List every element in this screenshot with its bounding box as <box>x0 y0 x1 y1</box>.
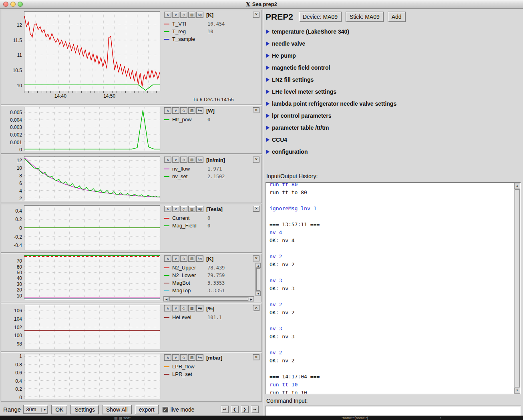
io-history-box[interactable]: run tt 80run tt to 80 ignoreMsg lnv 1 ==… <box>266 182 521 394</box>
tree-item[interactable]: LN2 fill settings <box>266 74 520 86</box>
expand-triangle-icon[interactable] <box>266 102 270 106</box>
scale-up-button[interactable]: ∧ <box>164 354 171 361</box>
scale-down-button[interactable]: ∨ <box>172 12 179 18</box>
expand-triangle-icon[interactable] <box>266 66 270 70</box>
add-button[interactable]: Add <box>388 12 406 22</box>
window-minimize-button[interactable] <box>10 2 16 7</box>
device-button[interactable]: Device: MA09 <box>299 12 342 22</box>
expand-triangle-icon[interactable] <box>266 150 270 154</box>
stick-button[interactable]: Stick: MA09 <box>346 12 384 22</box>
scroll-thumb[interactable] <box>515 189 520 387</box>
expand-triangle-icon[interactable] <box>266 30 270 34</box>
legend-row[interactable]: nv_flow1.971 <box>164 165 260 173</box>
window-close-button[interactable] <box>3 2 8 7</box>
legend-horizontal-scrollbar[interactable]: ◀▶ <box>163 296 254 301</box>
tree-item[interactable]: LHe level meter settings <box>266 86 520 98</box>
scale-down-button[interactable]: ∨ <box>172 354 179 361</box>
log-scale-button[interactable]: log <box>196 354 203 361</box>
legend-row[interactable]: Current0 <box>164 214 260 222</box>
expand-triangle-icon[interactable] <box>266 138 270 142</box>
io-history-scrollbar[interactable]: ▲ ▼ <box>514 183 520 394</box>
scale-down-button[interactable]: ∨ <box>172 305 179 311</box>
close-icon[interactable]: ✕ <box>253 12 259 18</box>
tree-item[interactable]: parameter table /tt/tm <box>266 122 520 134</box>
options-button[interactable]: ▨ <box>188 206 195 212</box>
tree-item[interactable]: needle valve <box>266 38 520 50</box>
legend-row[interactable]: LPR_flow <box>164 363 260 370</box>
options-button[interactable]: ▨ <box>188 12 195 18</box>
options-button[interactable]: ▨ <box>188 354 195 361</box>
scroll-up-icon[interactable]: ▲ <box>256 263 261 268</box>
scale-down-button[interactable]: ∨ <box>172 255 179 262</box>
page-left-button[interactable]: ❮ <box>231 406 239 413</box>
scale-up-button[interactable]: ∧ <box>164 12 171 18</box>
legend-vertical-scrollbar[interactable]: ▲▼ <box>255 263 261 296</box>
live-mode-checkbox[interactable]: ✓ <box>163 407 168 412</box>
log-scale-button[interactable]: log <box>196 206 203 212</box>
scroll-left-icon[interactable]: ◀ <box>164 297 169 301</box>
settings-button[interactable]: Settings <box>70 405 99 414</box>
expand-triangle-icon[interactable] <box>266 126 270 130</box>
legend-row[interactable]: HeLevel101.1 <box>164 313 260 321</box>
autoscale-button[interactable]: ◇ <box>180 206 187 212</box>
close-icon[interactable]: ✕ <box>253 157 259 163</box>
tree-item[interactable]: magnetic field control <box>266 62 520 74</box>
scale-down-button[interactable]: ∨ <box>172 107 179 114</box>
tree-item[interactable]: configuration <box>266 146 520 158</box>
expand-triangle-icon[interactable] <box>266 90 270 94</box>
plot-area[interactable] <box>24 305 160 349</box>
log-scale-button[interactable]: log <box>196 255 203 262</box>
plot-area[interactable] <box>24 354 160 399</box>
legend-row[interactable]: T_reg10 <box>164 28 260 35</box>
close-icon[interactable]: ✕ <box>253 305 259 311</box>
page-right-button[interactable]: ❯ <box>241 406 249 413</box>
scroll-right-icon[interactable]: ▶ <box>249 297 254 301</box>
expand-triangle-icon[interactable] <box>266 78 270 82</box>
show-all-button[interactable]: Show All <box>102 405 132 414</box>
legend-row[interactable]: T_sample <box>164 35 260 43</box>
options-button[interactable]: ▨ <box>188 255 195 262</box>
close-icon[interactable]: ✕ <box>253 107 259 113</box>
plot-area[interactable] <box>24 107 160 151</box>
autoscale-button[interactable]: ◇ <box>180 305 187 311</box>
scroll-thumb[interactable] <box>256 268 260 291</box>
command-input[interactable] <box>266 406 521 416</box>
plot-area[interactable] <box>24 205 160 250</box>
page-end-button[interactable]: ⇥ <box>251 406 259 413</box>
close-icon[interactable]: ✕ <box>253 255 259 261</box>
return-button[interactable]: ↩ <box>221 406 229 413</box>
scale-up-button[interactable]: ∧ <box>164 255 171 262</box>
tree-item[interactable]: lambda point refrigerator needle valve s… <box>266 98 520 110</box>
log-scale-button[interactable]: log <box>196 305 203 311</box>
range-select[interactable]: 30m ▾ <box>23 405 48 414</box>
legend-row[interactable]: nv_set2.1502 <box>164 173 260 180</box>
autoscale-button[interactable]: ◇ <box>180 107 187 114</box>
tree-item[interactable]: lpr control parameters <box>266 110 520 122</box>
expand-triangle-icon[interactable] <box>266 42 270 46</box>
scale-down-button[interactable]: ∨ <box>172 157 179 163</box>
plot-area[interactable] <box>24 156 160 201</box>
legend-row[interactable]: Htr_pow0 <box>164 116 260 123</box>
tree-item[interactable]: CCU4 <box>266 134 520 146</box>
window-zoom-button[interactable] <box>18 2 23 7</box>
close-icon[interactable]: ✕ <box>253 206 259 212</box>
log-scale-button[interactable]: log <box>196 107 203 114</box>
scroll-thumb[interactable] <box>169 297 248 301</box>
options-button[interactable]: ▨ <box>188 305 195 311</box>
legend-row[interactable]: N2_Lower79.759 <box>164 271 260 279</box>
log-scale-button[interactable]: log <box>196 12 203 18</box>
options-button[interactable]: ▨ <box>188 107 195 114</box>
tree-item[interactable]: temperature (LakeShore 340) <box>266 26 520 38</box>
scale-up-button[interactable]: ∧ <box>164 157 171 163</box>
scroll-up-icon[interactable]: ▲ <box>514 183 520 189</box>
close-icon[interactable]: ✕ <box>253 354 259 360</box>
legend-row[interactable]: LPR_set <box>164 370 260 378</box>
expand-triangle-icon[interactable] <box>266 54 270 58</box>
plot-area[interactable] <box>24 11 160 91</box>
autoscale-button[interactable]: ◇ <box>180 12 187 18</box>
ok-button[interactable]: OK <box>51 405 67 414</box>
scroll-down-icon[interactable]: ▼ <box>514 388 520 394</box>
window-titlebar[interactable]: X Sea prep2 <box>0 0 523 9</box>
autoscale-button[interactable]: ◇ <box>180 255 187 262</box>
autoscale-button[interactable]: ◇ <box>180 354 187 361</box>
